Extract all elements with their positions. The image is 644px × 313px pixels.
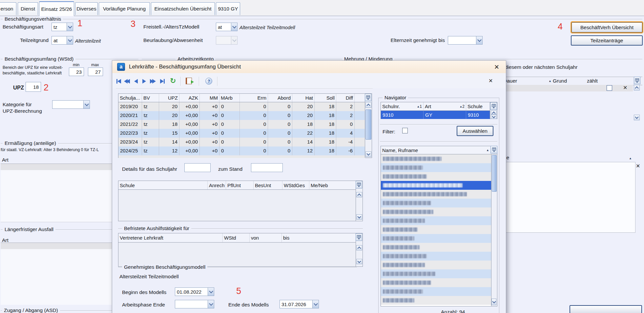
column-header[interactable]: Soll bbox=[315, 94, 336, 102]
column-header[interactable]: MArb bbox=[219, 94, 240, 102]
column-header[interactable]: Schule bbox=[466, 102, 490, 110]
redacted-name-row[interactable] bbox=[381, 216, 492, 225]
help-icon[interactable]: ? bbox=[205, 78, 212, 84]
scroll-down-icon[interactable] bbox=[356, 214, 362, 220]
scroll-down-icon[interactable] bbox=[634, 115, 640, 120]
auswaehlen-button[interactable]: Auswählen bbox=[457, 126, 493, 136]
column-header[interactable]: Abord bbox=[268, 94, 292, 102]
tab-dienst[interactable]: Dienst bbox=[18, 2, 38, 15]
schuljahr-row[interactable]: 2019/20tz20+0,00+000020182 bbox=[118, 102, 365, 111]
column-header[interactable]: AZK bbox=[179, 94, 200, 102]
chevron-down-icon[interactable] bbox=[208, 300, 214, 308]
nav-last-icon[interactable] bbox=[160, 78, 165, 85]
column-chooser-icon[interactable] bbox=[634, 77, 640, 84]
redacted-name-row[interactable] bbox=[381, 234, 492, 243]
column-header[interactable]: Erm bbox=[240, 94, 268, 102]
chevron-down-icon[interactable] bbox=[208, 287, 214, 296]
beginn-combo[interactable]: 01.08.2022 bbox=[175, 287, 214, 296]
column-chooser-icon[interactable] bbox=[356, 233, 362, 241]
redacted-name-row[interactable] bbox=[381, 190, 492, 199]
freistell-combo[interactable]: at bbox=[216, 23, 238, 31]
column-header[interactable]: Diff bbox=[336, 94, 355, 102]
column-header[interactable]: Me/Neb bbox=[309, 181, 356, 189]
table-scrollbar[interactable] bbox=[365, 94, 372, 158]
redacted-name-row[interactable] bbox=[381, 261, 492, 269]
redacted-name-row[interactable] bbox=[381, 181, 492, 190]
chevron-down-icon[interactable] bbox=[312, 300, 319, 308]
scroll-down-icon[interactable] bbox=[491, 299, 496, 305]
export-report-icon[interactable] bbox=[186, 78, 192, 84]
column-header[interactable]: UPZ bbox=[159, 94, 179, 102]
stand-input[interactable] bbox=[251, 163, 283, 172]
column-chooser-icon[interactable] bbox=[365, 94, 371, 101]
grund-column-header[interactable]: Grund bbox=[553, 78, 567, 84]
upz-field[interactable]: 18 bbox=[26, 82, 41, 92]
nav-previous-icon[interactable] bbox=[134, 78, 138, 85]
ende-combo[interactable]: 31.07.2026 bbox=[280, 300, 319, 308]
column-header[interactable]: bis bbox=[282, 233, 356, 242]
nav-first-icon[interactable] bbox=[116, 78, 121, 85]
details-schuljahr-input[interactable] bbox=[184, 163, 211, 172]
zaehlt-column-header[interactable]: zählt bbox=[587, 78, 598, 84]
filter-checkbox[interactable] bbox=[402, 128, 408, 133]
table-scrollbar[interactable] bbox=[490, 102, 497, 119]
dialog-title-bar[interactable]: a Lehrkräfte - Beschäftigungsumfang Über… bbox=[112, 61, 506, 73]
table-scrollbar[interactable] bbox=[356, 181, 363, 221]
schuljahr-row[interactable]: 2024/25tz12+0,00+00001218-6 bbox=[118, 147, 365, 155]
table-scrollbar[interactable] bbox=[356, 233, 363, 266]
scroll-down-icon[interactable] bbox=[356, 259, 362, 264]
names-column-header[interactable]: Name, Rufname bbox=[382, 147, 418, 153]
tab-diverses[interactable]: Diverses bbox=[75, 2, 98, 15]
column-header[interactable]: Anrech bbox=[208, 181, 226, 189]
scroll-down-icon[interactable] bbox=[491, 115, 497, 119]
redacted-name-row[interactable] bbox=[381, 269, 492, 278]
scroll-up-icon[interactable] bbox=[356, 245, 362, 250]
column-header[interactable]: Vertretene Lehrkraft bbox=[118, 233, 223, 242]
schuljahr-row[interactable]: 2021/22tz18+0,00+000018180 bbox=[118, 120, 365, 129]
column-header[interactable]: BesUnt bbox=[254, 181, 282, 189]
redacted-name-row[interactable] bbox=[381, 287, 492, 296]
column-header[interactable]: WStdGes bbox=[282, 181, 309, 189]
teilzeitantraege-button[interactable]: Teilzeitanträge bbox=[571, 35, 643, 46]
redacted-name-row[interactable] bbox=[381, 252, 492, 261]
column-header[interactable]: PflUnt bbox=[226, 181, 254, 189]
right-table-row[interactable] bbox=[499, 85, 633, 91]
arbeitsphase-combo[interactable] bbox=[175, 300, 214, 308]
scroll-down-icon[interactable] bbox=[365, 151, 371, 157]
beschaeftverh-uebersicht-button[interactable]: BeschäftVerh Übersicht bbox=[571, 22, 642, 32]
redacted-name-row[interactable] bbox=[381, 163, 492, 172]
school-row[interactable]: 9310GY9310 bbox=[381, 111, 490, 119]
chevron-down-icon[interactable] bbox=[67, 23, 73, 31]
scroll-up-icon[interactable] bbox=[356, 192, 362, 197]
tab-einsatz-25-26[interactable]: Einsatz 25/26 bbox=[39, 1, 74, 16]
kategorie-combo[interactable] bbox=[52, 100, 90, 109]
tab-einsatzschulen-uebersicht[interactable]: Einsatzschulen Übersicht bbox=[151, 2, 215, 15]
clear-field-icon[interactable]: ✕ bbox=[636, 163, 640, 169]
chevron-down-icon[interactable] bbox=[67, 36, 73, 45]
redacted-name-row[interactable] bbox=[381, 172, 492, 181]
scroll-up-icon[interactable] bbox=[491, 110, 497, 115]
refresh-icon[interactable]: ↻ bbox=[170, 78, 176, 84]
redacted-name-row[interactable] bbox=[381, 154, 492, 163]
column-header[interactable]: Schule bbox=[118, 181, 208, 189]
column-header[interactable]: MM bbox=[200, 94, 219, 102]
redacted-name-row[interactable] bbox=[381, 243, 492, 252]
scrollbar-thumb[interactable] bbox=[492, 155, 497, 192]
beschaeftigungsart-combo[interactable]: tz bbox=[52, 23, 73, 31]
column-header[interactable]: WStd bbox=[223, 233, 250, 242]
column-header[interactable]: Art▲2 bbox=[424, 102, 466, 110]
redacted-name-row[interactable] bbox=[381, 207, 492, 216]
names-scrollbar[interactable] bbox=[491, 154, 497, 306]
schuljahr-row[interactable]: 2020/21tz20+0,00+000020182 bbox=[118, 111, 365, 120]
nav-fast-backward-icon[interactable] bbox=[124, 78, 130, 85]
column-chooser-icon[interactable] bbox=[490, 146, 497, 153]
scroll-up-icon[interactable] bbox=[365, 102, 371, 108]
tab-9310-gy[interactable]: 9310 GY bbox=[216, 2, 240, 15]
scroll-up-icon[interactable] bbox=[634, 85, 640, 90]
chevron-down-icon[interactable] bbox=[476, 36, 483, 45]
redacted-name-row[interactable] bbox=[381, 225, 492, 234]
elternzeit-combo[interactable] bbox=[448, 36, 483, 45]
column-header[interactable]: Schulja...▲ bbox=[118, 94, 142, 102]
bottom-right-button[interactable] bbox=[570, 305, 642, 313]
schuljahr-row[interactable]: 2022/23tz15+0,00+000022184 bbox=[118, 129, 365, 138]
